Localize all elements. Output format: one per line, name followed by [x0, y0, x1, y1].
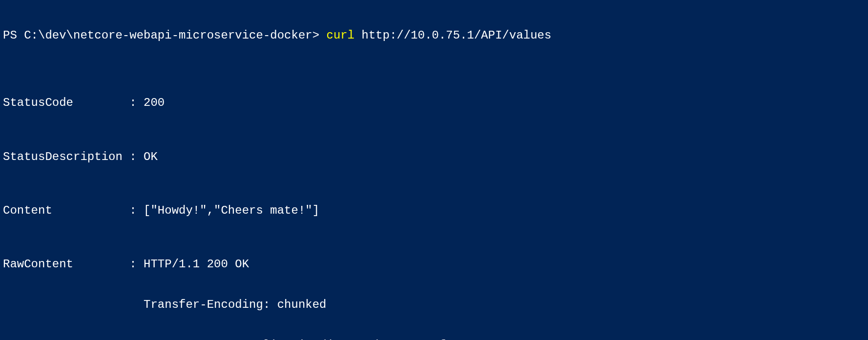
row-statusdescription: StatusDescription: OK — [3, 150, 865, 164]
row-statuscode: StatusCode: 200 — [3, 96, 865, 110]
row-rawcontent-cont1: Transfer-Encoding: chunked — [3, 298, 865, 312]
label-statusdescription: StatusDescription — [3, 150, 129, 164]
value-rawcontent-0: HTTP/1.1 200 OK — [144, 258, 249, 271]
value-rawcontent-1: Transfer-Encoding: chunked — [144, 298, 326, 311]
row-content: Content: ["Howdy!","Cheers mate!"] — [3, 204, 865, 218]
terminal-output[interactable]: PS C:\dev\netcore-webapi-microservice-do… — [0, 0, 868, 340]
colon: : — [129, 96, 144, 110]
value-content: ["Howdy!","Cheers mate!"] — [144, 204, 319, 217]
prompt-prefix: PS C:\dev\netcore-webapi-microservice-do… — [3, 29, 327, 42]
colon: : — [129, 150, 144, 164]
label-statuscode: StatusCode — [3, 96, 129, 110]
prompt-command: curl — [327, 29, 355, 42]
row-rawcontent: RawContent: HTTP/1.1 200 OK — [3, 258, 865, 271]
colon: : — [129, 204, 144, 218]
label-rawcontent: RawContent — [3, 258, 129, 271]
prompt-argument: http://10.0.75.1/API/values — [354, 29, 551, 42]
value-statusdescription: OK — [144, 150, 158, 163]
label-content: Content — [3, 204, 129, 218]
colon: : — [129, 258, 144, 271]
prompt-line: PS C:\dev\netcore-webapi-microservice-do… — [3, 29, 865, 42]
value-statuscode: 200 — [144, 96, 165, 109]
